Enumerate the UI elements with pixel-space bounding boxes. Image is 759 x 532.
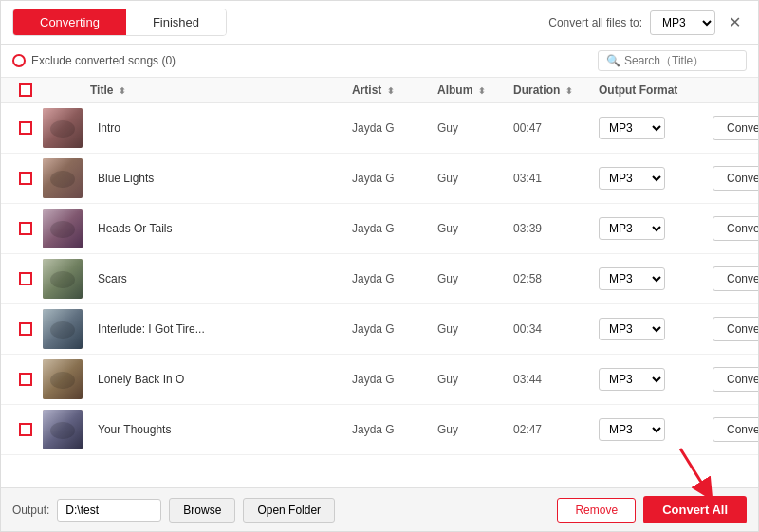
table-body: Intro Jayda G Guy 00:47 MP3AACFLACWAV Co… bbox=[1, 103, 758, 487]
song-format-col-2: MP3AACFLACWAV bbox=[599, 217, 713, 240]
song-album-4: Guy bbox=[437, 322, 513, 336]
song-format-col-0: MP3AACFLACWAV bbox=[599, 117, 713, 139]
artist-sort-icon[interactable]: ⬍ bbox=[387, 86, 395, 96]
convert-button-0[interactable]: Convert bbox=[713, 116, 758, 140]
row-checkbox-5 bbox=[9, 373, 43, 386]
album-art-1 bbox=[43, 158, 83, 198]
album-art-2 bbox=[43, 209, 83, 248]
song-title-2: Heads Or Tails bbox=[90, 222, 352, 235]
tab-converting[interactable]: Converting bbox=[13, 9, 126, 35]
album-art-3 bbox=[43, 259, 83, 299]
search-input[interactable] bbox=[624, 54, 738, 67]
open-folder-button[interactable]: Open Folder bbox=[243, 498, 335, 523]
format-select-0[interactable]: MP3AACFLACWAV bbox=[599, 117, 665, 139]
song-artist-5: Jayda G bbox=[352, 373, 437, 386]
song-duration-1: 03:41 bbox=[513, 172, 599, 185]
header-album: Album ⬍ bbox=[437, 83, 513, 97]
table-row: Lonely Back In O Jayda G Guy 03:44 MP3AA… bbox=[1, 355, 758, 405]
remove-button[interactable]: Remove bbox=[557, 498, 636, 523]
song-album-5: Guy bbox=[437, 373, 513, 386]
row-actions-5: Convert ✕ bbox=[713, 367, 750, 392]
select-all-checkbox[interactable] bbox=[19, 83, 32, 97]
header-title: Title ⬍ bbox=[90, 83, 352, 97]
song-artist-1: Jayda G bbox=[352, 172, 437, 185]
song-title-4: Interlude: I Got Tire... bbox=[90, 322, 352, 336]
song-duration-4: 00:34 bbox=[513, 322, 599, 336]
song-title-5: Lonely Back In O bbox=[90, 373, 352, 386]
bottom-bar: Output: Browse Open Folder Remove Conver… bbox=[1, 487, 758, 531]
close-button[interactable]: ✕ bbox=[723, 11, 747, 33]
checkbox-1[interactable] bbox=[19, 172, 32, 185]
output-path-input[interactable] bbox=[57, 499, 161, 522]
song-album-3: Guy bbox=[437, 272, 513, 285]
row-actions-4: Convert ✕ bbox=[713, 317, 750, 341]
top-bar: Converting Finished Convert all files to… bbox=[1, 1, 758, 45]
search-icon: 🔍 bbox=[606, 54, 620, 67]
format-select-2[interactable]: MP3AACFLACWAV bbox=[599, 217, 665, 240]
album-art-4 bbox=[43, 309, 83, 349]
convert-all-button[interactable]: Convert All bbox=[643, 496, 747, 523]
song-artist-4: Jayda G bbox=[352, 322, 437, 336]
album-sort-icon[interactable]: ⬍ bbox=[478, 86, 486, 96]
format-select-3[interactable]: MP3AACFLACWAV bbox=[599, 267, 665, 290]
song-album-6: Guy bbox=[437, 423, 513, 436]
song-artist-6: Jayda G bbox=[352, 423, 437, 436]
convert-button-6[interactable]: Convert bbox=[713, 417, 758, 442]
row-checkbox-3 bbox=[9, 272, 43, 285]
row-actions-3: Convert ✕ bbox=[713, 266, 750, 291]
row-checkbox-2 bbox=[9, 222, 43, 235]
table-row: Your Thoughts Jayda G Guy 02:47 MP3AACFL… bbox=[1, 405, 758, 455]
convert-button-2[interactable]: Convert bbox=[713, 216, 758, 241]
song-title-0: Intro bbox=[90, 121, 352, 135]
table-row: Interlude: I Got Tire... Jayda G Guy 00:… bbox=[1, 304, 758, 355]
header-artist: Artist ⬍ bbox=[352, 83, 437, 97]
convert-button-3[interactable]: Convert bbox=[713, 266, 758, 291]
search-box: 🔍 bbox=[598, 50, 747, 71]
format-select-4[interactable]: MP3AACFLACWAV bbox=[599, 318, 665, 340]
title-sort-icon[interactable]: ⬍ bbox=[119, 86, 126, 96]
album-art-5 bbox=[43, 359, 83, 399]
song-title-3: Scars bbox=[90, 272, 352, 285]
song-duration-3: 02:58 bbox=[513, 272, 599, 285]
song-album-0: Guy bbox=[437, 121, 513, 135]
checkbox-4[interactable] bbox=[19, 322, 32, 336]
song-duration-0: 00:47 bbox=[513, 121, 599, 135]
row-checkbox-1 bbox=[9, 172, 43, 185]
checkbox-5[interactable] bbox=[19, 373, 32, 386]
tab-finished[interactable]: Finished bbox=[126, 9, 226, 35]
row-actions-0: Convert ✕ bbox=[713, 116, 750, 140]
toolbar: Exclude converted songs (0) 🔍 bbox=[1, 45, 758, 78]
checkbox-3[interactable] bbox=[19, 272, 32, 285]
checkbox-0[interactable] bbox=[19, 121, 32, 135]
row-actions-1: Convert ✕ bbox=[713, 166, 750, 191]
convert-button-5[interactable]: Convert bbox=[713, 367, 758, 392]
song-album-1: Guy bbox=[437, 172, 513, 185]
app-window: Converting Finished Convert all files to… bbox=[0, 0, 759, 532]
checkbox-6[interactable] bbox=[19, 423, 32, 436]
convert-button-1[interactable]: Convert bbox=[713, 166, 758, 191]
top-right: Convert all files to: MP3 AAC FLAC WAV ✕ bbox=[548, 10, 747, 35]
song-artist-0: Jayda G bbox=[352, 121, 437, 135]
convert-button-4[interactable]: Convert bbox=[713, 317, 758, 341]
song-album-2: Guy bbox=[437, 222, 513, 235]
browse-button[interactable]: Browse bbox=[169, 498, 235, 523]
table-row: Blue Lights Jayda G Guy 03:41 MP3AACFLAC… bbox=[1, 154, 758, 204]
format-select-5[interactable]: MP3AACFLACWAV bbox=[599, 368, 665, 391]
song-title-1: Blue Lights bbox=[90, 172, 352, 185]
tab-group: Converting Finished bbox=[12, 9, 227, 36]
song-artist-3: Jayda G bbox=[352, 272, 437, 285]
global-format-select[interactable]: MP3 AAC FLAC WAV bbox=[650, 10, 715, 35]
format-select-6[interactable]: MP3AACFLACWAV bbox=[599, 418, 665, 441]
duration-sort-icon[interactable]: ⬍ bbox=[565, 86, 573, 96]
convert-all-files-label: Convert all files to: bbox=[548, 16, 642, 29]
checkbox-2[interactable] bbox=[19, 222, 32, 235]
table-row: Intro Jayda G Guy 00:47 MP3AACFLACWAV Co… bbox=[1, 103, 758, 154]
header-duration: Duration ⬍ bbox=[513, 83, 599, 97]
song-title-6: Your Thoughts bbox=[90, 423, 352, 436]
format-select-1[interactable]: MP3AACFLACWAV bbox=[599, 167, 665, 190]
exclude-text: Exclude converted songs (0) bbox=[31, 54, 176, 67]
album-art-0 bbox=[43, 108, 83, 148]
song-format-col-4: MP3AACFLACWAV bbox=[599, 318, 713, 340]
exclude-circle-icon bbox=[12, 54, 26, 67]
row-actions-2: Convert ✕ bbox=[713, 216, 750, 241]
